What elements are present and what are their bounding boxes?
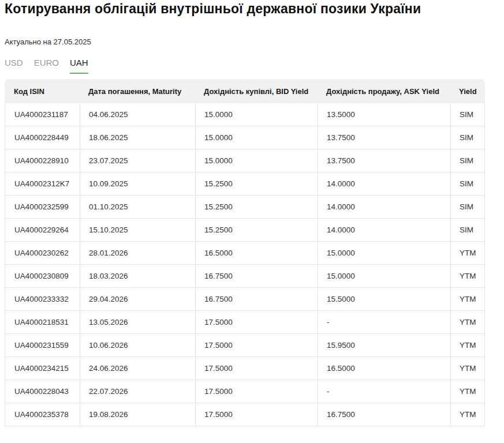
bonds-table-body: UA400023118704.06.202515.000013.5000SIMU… — [5, 103, 485, 426]
cell-maturity: 18.06.2025 — [80, 126, 195, 149]
cell-maturity: 15.10.2025 — [80, 219, 195, 242]
tab-usd[interactable]: USD — [5, 58, 23, 74]
cell-maturity: 01.10.2025 — [80, 196, 195, 219]
table-row: UA400023333229.04.202616.750015.5000YTM — [5, 288, 485, 311]
cell-maturity: 10.09.2025 — [80, 172, 195, 196]
cell-bid-yield: 15.2500 — [195, 219, 318, 242]
cell-maturity: 22.07.2026 — [80, 380, 195, 403]
cell-ask-yield: 13.7500 — [318, 126, 450, 149]
table-row: UA400022804322.07.202617.5000-YTM — [5, 380, 485, 403]
cell-isin: UA4000229264 — [5, 219, 80, 242]
cell-maturity: 04.06.2025 — [80, 103, 195, 126]
cell-ask-yield: - — [318, 380, 450, 403]
cell-ask-yield: 15.9500 — [318, 334, 450, 357]
cell-bid-yield: 17.5000 — [195, 357, 318, 380]
cell-bid-yield: 15.2500 — [195, 196, 318, 219]
cell-bid-yield: 17.5000 — [195, 380, 318, 403]
tab-euro[interactable]: EURO — [34, 58, 59, 74]
table-row: UA400021853113.05.202617.5000-YTM — [5, 311, 485, 334]
tab-uah[interactable]: UAH — [70, 58, 88, 74]
column-header-maturity: Дата погашення, Maturity — [80, 79, 195, 103]
cell-yield-type: YTM — [450, 380, 485, 403]
cell-isin: UA4000231559 — [5, 334, 80, 357]
cell-isin: UA4000230262 — [5, 242, 80, 265]
cell-maturity: 29.04.2026 — [80, 288, 195, 311]
cell-bid-yield: 15.0000 — [195, 103, 318, 126]
cell-maturity: 24.06.2026 — [80, 357, 195, 380]
cell-yield-type: SIM — [450, 149, 485, 172]
cell-bid-yield: 16.5000 — [195, 242, 318, 265]
cell-yield-type: YTM — [450, 311, 485, 334]
cell-ask-yield: 13.7500 — [318, 149, 450, 172]
cell-isin: UA4000233332 — [5, 288, 80, 311]
cell-bid-yield: 17.5000 — [195, 403, 318, 426]
table-row: UA40002312K710.09.202515.250014.0000SIM — [5, 172, 485, 196]
cell-maturity: 28.01.2026 — [80, 242, 195, 265]
cell-ask-yield: 14.0000 — [318, 196, 450, 219]
cell-yield-type: YTM — [450, 265, 485, 288]
cell-isin: UA4000230809 — [5, 265, 80, 288]
cell-ask-yield: 14.0000 — [318, 219, 450, 242]
cell-ask-yield: 15.0000 — [318, 242, 450, 265]
bonds-table-wrap: Код ISINДата погашення, MaturityДохідніс… — [5, 79, 485, 426]
cell-ask-yield: - — [318, 311, 450, 334]
table-row: UA400023259901.10.202515.250014.0000SIM — [5, 196, 485, 219]
cell-isin: UA4000228449 — [5, 126, 80, 149]
cell-bid-yield: 15.0000 — [195, 126, 318, 149]
cell-bid-yield: 16.7500 — [195, 288, 318, 311]
cell-isin: UA4000234215 — [5, 357, 80, 380]
cell-maturity: 23.07.2025 — [80, 149, 195, 172]
column-header-bid-yield: Дохідність купівлі, BID Yield — [195, 79, 318, 103]
table-row: UA400023537819.08.202617.500016.7500YTM — [5, 403, 485, 426]
table-row: UA400023421524.06.202617.500016.5000YTM — [5, 357, 485, 380]
table-row: UA400022844918.06.202515.000013.7500SIM — [5, 126, 485, 149]
cell-yield-type: SIM — [450, 172, 485, 196]
table-row: UA400022891023.07.202515.000013.7500SIM — [5, 149, 485, 172]
table-row: UA400023155910.06.202617.500015.9500YTM — [5, 334, 485, 357]
cell-yield-type: YTM — [450, 334, 485, 357]
cell-yield-type: YTM — [450, 357, 485, 380]
table-row: UA400023026228.01.202616.500015.0000YTM — [5, 242, 485, 265]
cell-bid-yield: 16.7500 — [195, 265, 318, 288]
cell-isin: UA4000218531 — [5, 311, 80, 334]
column-header-isin: Код ISIN — [5, 79, 80, 103]
cell-ask-yield: 14.0000 — [318, 172, 450, 196]
table-row: UA400023080918.03.202616.750015.0000YTM — [5, 265, 485, 288]
cell-yield-type: YTM — [450, 242, 485, 265]
cell-maturity: 18.03.2026 — [80, 265, 195, 288]
cell-yield-type: SIM — [450, 103, 485, 126]
column-header-ask-yield: Дохідність продажу, ASK Yield — [318, 79, 450, 103]
cell-bid-yield: 15.2500 — [195, 172, 318, 196]
cell-isin: UA4000228043 — [5, 380, 80, 403]
cell-yield-type: SIM — [450, 196, 485, 219]
cell-isin: UA4000228910 — [5, 149, 80, 172]
cell-bid-yield: 17.5000 — [195, 334, 318, 357]
table-row: UA400022926415.10.202515.250014.0000SIM — [5, 219, 485, 242]
cell-yield-type: YTM — [450, 288, 485, 311]
cell-maturity: 19.08.2026 — [80, 403, 195, 426]
cell-ask-yield: 13.5000 — [318, 103, 450, 126]
currency-tabs: USDEUROUAH — [5, 58, 485, 74]
cell-maturity: 13.05.2026 — [80, 311, 195, 334]
updated-date-label: Актуально на 27.05.2025 — [5, 37, 485, 46]
cell-ask-yield: 15.0000 — [318, 265, 450, 288]
cell-ask-yield: 15.5000 — [318, 288, 450, 311]
table-row: UA400023118704.06.202515.000013.5000SIM — [5, 103, 485, 126]
table-header-row: Код ISINДата погашення, MaturityДохідніс… — [5, 79, 485, 103]
cell-maturity: 10.06.2026 — [80, 334, 195, 357]
cell-isin: UA4000235378 — [5, 403, 80, 426]
cell-yield-type: SIM — [450, 126, 485, 149]
cell-bid-yield: 15.0000 — [195, 149, 318, 172]
bonds-table: Код ISINДата погашення, MaturityДохідніс… — [5, 79, 485, 426]
cell-yield-type: SIM — [450, 219, 485, 242]
cell-bid-yield: 17.5000 — [195, 311, 318, 334]
cell-isin: UA40002312K7 — [5, 172, 80, 196]
cell-ask-yield: 16.7500 — [318, 403, 450, 426]
cell-isin: UA4000232599 — [5, 196, 80, 219]
page-title: Котирування облігацій внутрішньої держав… — [5, 1, 455, 17]
cell-yield-type: YTM — [450, 403, 485, 426]
bond-quotes-page: Котирування облігацій внутрішньої держав… — [0, 1, 504, 426]
cell-ask-yield: 16.5000 — [318, 357, 450, 380]
column-header-yield-type: Yield — [450, 79, 485, 103]
cell-isin: UA4000231187 — [5, 103, 80, 126]
